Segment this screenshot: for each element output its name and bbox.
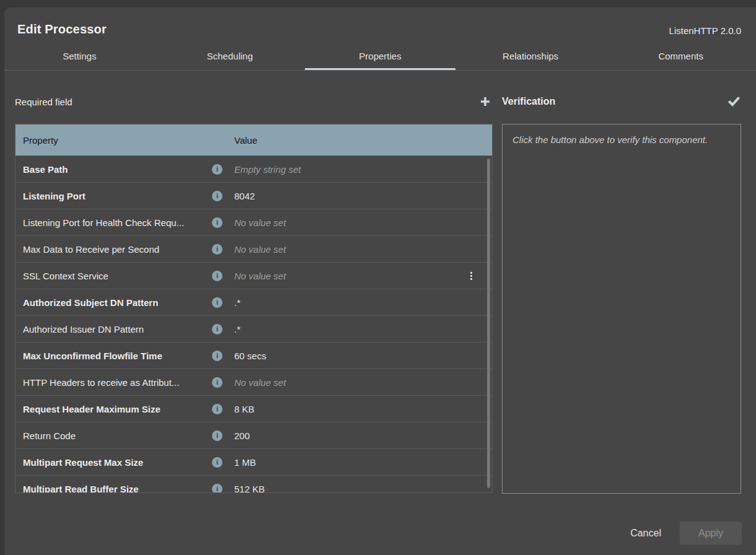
verification-message: Click the button above to verify this co… <box>512 133 731 147</box>
info-icon[interactable]: i <box>212 297 222 308</box>
info-icon[interactable]: i <box>212 164 222 175</box>
tab-scheduling[interactable]: Scheduling <box>155 42 305 70</box>
property-name: Authorized Issuer DN Pattern <box>15 324 212 334</box>
plus-icon <box>480 96 491 107</box>
info-icon[interactable]: i <box>212 377 222 388</box>
property-value: No value set <box>234 217 286 228</box>
info-icon[interactable]: i <box>212 404 222 414</box>
property-name: Request Header Maximum Size <box>15 404 212 414</box>
tab-settings[interactable]: Settings <box>4 42 155 70</box>
tab-properties[interactable]: Properties <box>305 42 455 70</box>
dialog-footer: Cancel Apply <box>626 522 742 544</box>
info-icon[interactable]: i <box>212 244 222 255</box>
tab-comments[interactable]: Comments <box>605 42 756 70</box>
info-icon[interactable]: i <box>212 484 222 494</box>
cancel-button[interactable]: Cancel <box>626 523 665 544</box>
info-icon[interactable]: i <box>212 430 222 441</box>
table-row[interactable]: Max Unconfirmed Flowfile Time i 60 secs <box>15 342 492 369</box>
component-version: ListenHTTP 2.0.0 <box>669 25 741 36</box>
row-menu-button[interactable] <box>468 269 475 282</box>
table-row[interactable]: Authorized Issuer DN Pattern i .* <box>15 315 492 342</box>
table-row[interactable]: Return Code i 200 <box>15 422 492 448</box>
property-name: Return Code <box>15 430 212 441</box>
properties-table: Property Value Base Path i Empty string … <box>15 124 493 493</box>
property-value: .* <box>234 297 240 308</box>
property-name: Base Path <box>15 164 212 175</box>
info-icon[interactable]: i <box>212 324 222 334</box>
property-name: Max Unconfirmed Flowfile Time <box>15 351 212 361</box>
property-name: Multipart Request Max Size <box>15 457 212 468</box>
info-icon[interactable]: i <box>212 351 222 361</box>
property-name: Max Data to Receive per Second <box>15 244 212 255</box>
apply-button[interactable]: Apply <box>680 522 742 544</box>
properties-table-header: Property Value <box>15 125 492 155</box>
info-icon[interactable]: i <box>212 457 222 468</box>
verification-section-header: Verification <box>502 94 741 109</box>
info-icon[interactable]: i <box>212 271 222 281</box>
table-row[interactable]: Multipart Request Max Size i 1 MB <box>15 448 492 475</box>
table-row[interactable]: Max Data to Receive per Second i No valu… <box>15 235 492 262</box>
property-value: 200 <box>234 430 250 441</box>
property-name: SSL Context Service <box>15 271 212 281</box>
add-property-button[interactable] <box>478 94 493 109</box>
property-name: Authorized Subject DN Pattern <box>15 297 212 308</box>
property-value: No value set <box>234 377 286 388</box>
table-row[interactable]: HTTP Headers to receive as Attribut... i… <box>15 369 492 395</box>
table-row[interactable]: Request Header Maximum Size i 8 KB <box>15 395 492 422</box>
property-value: .* <box>234 324 240 334</box>
property-value: No value set <box>234 244 286 255</box>
table-row[interactable]: Listening Port i 8042 <box>15 182 492 209</box>
verification-label: Verification <box>502 96 555 107</box>
property-value: 8042 <box>234 191 255 201</box>
property-name: Multipart Read Buffer Size <box>15 484 212 494</box>
property-name: HTTP Headers to receive as Attribut... <box>15 377 212 388</box>
property-value: 1 MB <box>234 457 256 468</box>
property-name: Listening Port for Health Check Requ... <box>15 217 212 228</box>
verification-panel: Click the button above to verify this co… <box>502 124 741 494</box>
check-icon <box>728 97 740 107</box>
info-icon[interactable]: i <box>212 191 222 201</box>
info-icon[interactable]: i <box>212 217 222 228</box>
table-scrollbar[interactable] <box>487 159 490 488</box>
table-row[interactable]: Authorized Subject DN Pattern i .* <box>15 289 492 315</box>
tab-relationships[interactable]: Relationships <box>455 42 606 70</box>
properties-section-header: Required field <box>15 94 493 109</box>
property-name: Listening Port <box>15 191 212 201</box>
table-row[interactable]: Listening Port for Health Check Requ... … <box>15 209 492 235</box>
column-header-property: Property <box>15 135 234 146</box>
properties-table-body: Base Path i Empty string set Listening P… <box>15 155 492 493</box>
column-header-value: Value <box>234 135 257 146</box>
property-value: 512 KB <box>234 484 265 494</box>
property-value: 8 KB <box>234 404 255 414</box>
verify-button[interactable] <box>726 94 741 109</box>
table-row[interactable]: SSL Context Service i No value set <box>15 262 492 289</box>
edit-processor-dialog: Edit Processor ListenHTTP 2.0.0 Settings… <box>4 7 756 555</box>
table-row[interactable]: Base Path i Empty string set <box>15 155 492 182</box>
tab-bar: Settings Scheduling Properties Relations… <box>4 42 756 71</box>
table-row[interactable]: Multipart Read Buffer Size i 512 KB <box>15 475 492 493</box>
property-value: 60 secs <box>234 351 266 361</box>
required-field-label: Required field <box>15 97 73 107</box>
property-value: No value set <box>234 271 286 281</box>
property-value: Empty string set <box>234 164 301 175</box>
dialog-title: Edit Processor <box>17 22 107 37</box>
